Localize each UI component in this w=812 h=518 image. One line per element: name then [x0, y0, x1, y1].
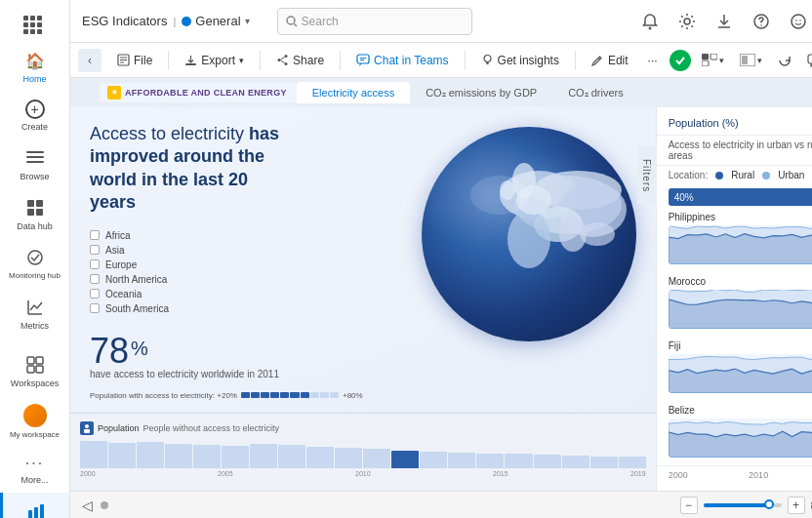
search-bar[interactable]: Search — [277, 8, 472, 35]
sidebar-item-monitoring[interactable]: Monitoring hub — [0, 239, 69, 289]
svg-rect-0 — [26, 151, 44, 153]
sidebar-item-esg[interactable]: ESG Indicators — [0, 493, 69, 518]
pop-bar-6 — [250, 444, 277, 468]
checkbox-oceania-box[interactable] — [90, 289, 100, 299]
notifications-button[interactable] — [636, 8, 664, 35]
svg-rect-6 — [36, 209, 43, 216]
pop-bar-12 — [420, 452, 447, 468]
more-button[interactable]: ··· — [640, 50, 666, 71]
sidebar-item-more-label: More... — [20, 475, 48, 485]
search-icon — [286, 16, 298, 27]
sidebar-item-metrics[interactable]: Metrics — [0, 289, 69, 339]
headline-plain: Access to electricity — [90, 124, 244, 143]
zoom-out-button[interactable]: − — [680, 497, 698, 514]
sidebar-item-home[interactable]: 🏠 Home — [0, 42, 69, 92]
sdg-badge: ☀ AFFORDABLE AND CLEAN ENERGY — [100, 83, 297, 102]
breadcrumb: ESG Indicators | General ▾ — [82, 14, 250, 28]
country-name-0: Philippines — [669, 212, 812, 222]
sidebar-item-create[interactable]: + Create — [0, 92, 69, 139]
face-icon[interactable] — [785, 8, 812, 35]
sidebar-item-browse[interactable]: Browse — [0, 139, 69, 189]
tab-co2-gdp[interactable]: CO₂ emissions by GDP — [410, 82, 552, 104]
sidebar-item-more[interactable]: ··· More... — [0, 447, 69, 493]
edit-label: Edit — [608, 54, 629, 67]
chat-icon — [356, 54, 370, 66]
general-label: General — [195, 14, 240, 28]
area-chart-0 — [669, 225, 812, 264]
svg-rect-14 — [28, 510, 32, 518]
edit-button[interactable]: Edit — [584, 50, 636, 71]
download-button[interactable] — [710, 8, 738, 35]
country-charts: Philippines Morocco Fiji Belize — [657, 208, 812, 465]
chat-label: Chat in Teams — [374, 54, 448, 67]
checkbox-africa-box[interactable] — [90, 230, 100, 240]
checkbox-northamerica-box[interactable] — [90, 274, 100, 284]
page-prev-button[interactable]: ◁ — [82, 498, 93, 513]
sidebar-item-apps[interactable] — [0, 8, 69, 42]
view-toggle-button[interactable]: ▾ — [697, 51, 729, 69]
chevron-down-icon[interactable]: ▾ — [245, 16, 250, 26]
stat-number: 78 — [90, 334, 129, 369]
tab-co2-drivers[interactable]: CO₂ drivers — [552, 82, 639, 104]
pb-blue-4 — [270, 392, 279, 398]
pop-label: Population with access to electricity: +… — [90, 391, 237, 400]
svg-point-20 — [287, 17, 295, 24]
layout-button[interactable]: ▾ — [735, 51, 767, 69]
share-button[interactable]: Share — [268, 50, 332, 71]
top-icons — [636, 8, 812, 35]
more-icon: ··· — [25, 455, 44, 472]
globe — [422, 127, 636, 341]
sdg-label: AFFORDABLE AND CLEAN ENERGY — [125, 88, 287, 98]
pop-bar-1 — [108, 443, 136, 468]
svg-rect-57 — [808, 55, 812, 63]
tab-electricity-access[interactable]: Electricity access — [297, 82, 410, 103]
pop-bar-18 — [590, 457, 618, 468]
year-labels: 2000 2005 2010 2015 2019 — [80, 470, 646, 477]
help-button[interactable] — [748, 8, 775, 35]
svg-point-22 — [648, 26, 651, 29]
toolbar: ‹ File Export ▾ Share Chat in Teams Get … — [70, 43, 812, 78]
breadcrumb-sep: | — [173, 16, 176, 27]
checkbox-southamerica-box[interactable] — [90, 303, 100, 313]
svg-point-58 — [500, 171, 578, 219]
rural-legend-dot — [715, 172, 723, 179]
pop-bar-4 — [193, 445, 221, 468]
comment-button[interactable] — [802, 51, 812, 70]
globe-svg — [422, 127, 636, 341]
country-name-2: Fiji — [669, 340, 812, 351]
sidebar-item-workspaces[interactable]: Workspaces — [0, 346, 69, 396]
export-chevron[interactable]: ▾ — [239, 56, 244, 65]
svg-point-66 — [516, 185, 551, 215]
back-arrow-button[interactable]: ‹ — [78, 49, 102, 72]
sidebar-item-datahub[interactable]: Data hub — [0, 189, 69, 239]
checkbox-europe-box[interactable] — [90, 259, 100, 269]
zoom-slider[interactable] — [704, 503, 782, 507]
zoom-in-button[interactable]: + — [788, 497, 805, 514]
toolbar-sep-4 — [465, 51, 466, 70]
svg-point-29 — [795, 20, 797, 21]
toolbar-sep-2 — [260, 51, 261, 70]
stat-label: have access to electricity worldwide in … — [90, 369, 636, 379]
sidebar-item-myworkspace[interactable]: My workspace — [0, 396, 69, 448]
settings-button[interactable] — [673, 8, 701, 35]
sdg-sun-icon: ☀ — [107, 86, 121, 100]
zoom-slider-thumb[interactable] — [764, 499, 774, 509]
esg-icon — [25, 500, 47, 518]
main-area: ESG Indicators | General ▾ Search — [70, 0, 812, 518]
browse-icon — [24, 147, 46, 169]
filters-toggle-button[interactable]: Filters — [637, 146, 657, 205]
svg-point-7 — [28, 251, 42, 264]
export-button[interactable]: Export ▾ — [177, 50, 252, 71]
workspaces-icon — [24, 354, 46, 376]
insights-button[interactable]: Get insights — [473, 50, 567, 71]
checkbox-asia-box[interactable] — [90, 245, 100, 255]
svg-rect-1 — [26, 156, 44, 158]
refresh-button[interactable] — [773, 51, 796, 70]
chat-button[interactable]: Chat in Teams — [348, 50, 456, 71]
file-button[interactable]: File — [109, 50, 160, 71]
urban-legend-dot — [762, 172, 770, 179]
pop-section-title: Population — [98, 423, 140, 433]
pop-bars — [80, 439, 646, 468]
pop-bar-0 — [80, 441, 107, 468]
svg-rect-10 — [27, 357, 34, 364]
